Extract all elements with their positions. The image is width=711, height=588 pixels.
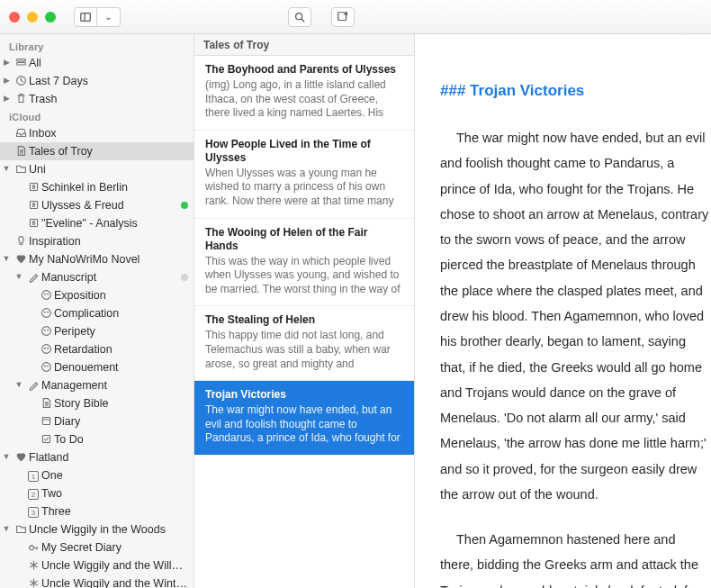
minimize-button[interactable] <box>27 12 38 23</box>
maximize-button[interactable] <box>45 12 56 23</box>
disclosure-triangle-icon: ▶ <box>13 470 25 479</box>
sidebar-item-label: Complication <box>54 307 188 320</box>
sidebar: Library ▶All▶Last 7 Days▶Trash iCloud ▶I… <box>0 34 194 588</box>
sidebar-item-peripety[interactable]: ▶Peripety <box>0 322 194 340</box>
sidebar-item-management[interactable]: ▼Management <box>0 376 194 394</box>
sidebar-item-retardation[interactable]: ▶Retardation <box>0 340 194 358</box>
calendar-icon <box>38 415 54 428</box>
sidebar-item-to-do[interactable]: ▶To Do <box>0 430 194 448</box>
sidebar-item-my-secret-diary[interactable]: ▶My Secret Diary <box>0 538 194 556</box>
brackets-icon <box>25 199 41 212</box>
disclosure-triangle-icon[interactable]: ▼ <box>0 452 13 461</box>
note-list-item[interactable]: Trojan VictoriesThe war might now have e… <box>194 381 414 456</box>
sidebar-item-label: Uni <box>29 163 188 176</box>
disclosure-triangle-icon[interactable]: ▼ <box>13 272 25 281</box>
sidebar-item-trash[interactable]: ▶Trash <box>0 90 194 108</box>
disclosure-triangle-icon: ▶ <box>25 308 38 317</box>
note-title: The Wooing of Helen of the Fair Hands <box>205 226 403 253</box>
disclosure-triangle-icon[interactable]: ▶ <box>0 76 13 85</box>
sidebar-item-label: Trash <box>29 93 188 105</box>
search-button[interactable] <box>288 7 311 27</box>
sidebar-item-all[interactable]: ▶All <box>0 54 194 72</box>
sidebar-item-uni[interactable]: ▼Uni <box>0 160 194 178</box>
sidebar-item-label: Ulysses & Freud <box>41 199 181 212</box>
sidebar-item-last7[interactable]: ▶Last 7 Days <box>0 72 194 90</box>
bulb-icon <box>13 235 29 248</box>
sidebar-item-denouement[interactable]: ▶Denouement <box>0 358 194 376</box>
sidebar-item-label: Uncle Wiggily in the Woods <box>29 523 188 536</box>
disclosure-triangle-icon: ▶ <box>13 182 25 191</box>
sidebar-item-label: My NaNoWriMo Novel <box>29 253 188 266</box>
sidebar-item-my-nanowrimo-novel[interactable]: ▼My NaNoWriMo Novel <box>0 250 194 268</box>
disclosure-triangle-icon: ▶ <box>13 542 25 551</box>
note-list-header: Tales of Troy <box>194 34 414 56</box>
sidebar-item-uncle-wiggily-and-the-willow-tree[interactable]: ▶Uncle Wiggily and the Willow Tree <box>0 556 194 574</box>
sidebar-item-two[interactable]: ▶2Two <box>0 484 194 502</box>
sidebar-item-three[interactable]: ▶3Three <box>0 502 194 520</box>
face-surprise-icon <box>38 325 54 338</box>
sidebar-item-eveline-analysis[interactable]: ▶"Eveline" - Analysis <box>0 214 194 232</box>
compose-button[interactable] <box>331 7 355 27</box>
snow-icon <box>25 559 41 572</box>
note-preview: When Ulysses was a young man he wished t… <box>205 167 403 209</box>
sidebar-item-label: Two <box>41 487 188 500</box>
sidebar-item-label: Last 7 Days <box>29 75 188 87</box>
sidebar-item-uncle-wiggily-and-the-wintergreen[interactable]: ▶Uncle Wiggily and the Wintergreen <box>0 574 194 588</box>
sidebar-item-schinkel-in-berlin[interactable]: ▶Schinkel in Berlin <box>0 178 194 196</box>
sidebar-dropdown-button[interactable]: ⌄ <box>97 7 121 27</box>
disclosure-triangle-icon: ▶ <box>25 326 38 335</box>
disclosure-triangle-icon[interactable]: ▶ <box>0 58 13 67</box>
sidebar-item-label: All <box>29 57 188 69</box>
sidebar-item-label: Manuscript <box>41 271 181 284</box>
sidebar-item-diary[interactable]: ▶Diary <box>0 412 194 430</box>
disclosure-triangle-icon[interactable]: ▼ <box>0 524 13 533</box>
note-list-item[interactable]: The Stealing of HelenThis happy time did… <box>194 306 414 381</box>
note-list-pane: Tales of Troy The Boyhood and Parents of… <box>194 34 415 588</box>
sidebar-item-label: Uncle Wiggily and the Willow Tree <box>41 559 188 572</box>
stack-icon <box>13 57 29 69</box>
sidebar-item-one[interactable]: ▶1One <box>0 466 194 484</box>
disclosure-triangle-icon: ▶ <box>0 128 13 137</box>
sidebar-item-label: Inspiration <box>29 235 188 248</box>
sidebar-item-complication[interactable]: ▶Complication <box>0 304 194 322</box>
disclosure-triangle-icon[interactable]: ▶ <box>0 94 13 103</box>
sidebar-item-inspiration[interactable]: ▶Inspiration <box>0 232 194 250</box>
editor-pane[interactable]: ### Trojan Victories The war might now h… <box>415 34 711 588</box>
sidebar-toggle-button[interactable] <box>74 7 97 27</box>
sidebar-item-manuscript[interactable]: ▼Manuscript <box>0 268 194 286</box>
note-list-item[interactable]: The Boyhood and Parents of Ulysses(img) … <box>194 56 414 131</box>
face-sad-icon <box>38 361 54 374</box>
note-preview: The war might now have ended, but an evi… <box>205 403 403 446</box>
disclosure-triangle-icon[interactable]: ▼ <box>13 380 25 389</box>
sidebar-item-exposition[interactable]: ▶Exposition <box>0 286 194 304</box>
inbox-icon <box>13 127 29 140</box>
sidebar-item-uncle-wiggily-in-the-woods[interactable]: ▼Uncle Wiggily in the Woods <box>0 520 194 538</box>
editor-paragraph: The war might now have ended, but an evi… <box>440 125 711 507</box>
pen-icon <box>25 271 41 284</box>
note-list-item[interactable]: The Wooing of Helen of the Fair HandsThi… <box>194 219 414 307</box>
sidebar-item-label: One <box>41 469 188 482</box>
clock-icon <box>13 75 29 87</box>
sidebar-item-tales-of-troy[interactable]: ▶Tales of Troy <box>0 142 194 160</box>
sidebar-item-inbox[interactable]: ▶Inbox <box>0 124 194 142</box>
face-smile-icon <box>38 289 54 302</box>
editor-paragraph: Then Agamemnon hastened here and there, … <box>440 527 711 588</box>
sidebar-item-story-bible[interactable]: ▶Story Bible <box>0 394 194 412</box>
disclosure-triangle-icon: ▶ <box>13 560 25 569</box>
titlebar: ⌄ <box>0 0 711 34</box>
disclosure-triangle-icon: ▶ <box>13 578 25 587</box>
trash-icon <box>13 93 29 105</box>
sidebar-item-flatland[interactable]: ▼Flatland <box>0 448 194 466</box>
close-button[interactable] <box>9 12 20 23</box>
sidebar-item-label: Story Bible <box>54 397 188 410</box>
key-icon <box>25 541 41 554</box>
disclosure-triangle-icon[interactable]: ▼ <box>0 254 13 263</box>
note-title: How People Lived in the Time of Ulysses <box>205 138 403 165</box>
note-title: The Stealing of Helen <box>205 313 403 327</box>
note-list-item[interactable]: How People Lived in the Time of UlyssesW… <box>194 131 414 219</box>
sidebar-item-ulysses-freud[interactable]: ▶Ulysses & Freud <box>0 196 194 214</box>
note-preview: This happy time did not last long, and T… <box>205 329 403 371</box>
disclosure-triangle-icon[interactable]: ▼ <box>0 164 13 173</box>
doc-icon <box>13 145 29 158</box>
sidebar-item-label: Flatland <box>29 451 188 464</box>
